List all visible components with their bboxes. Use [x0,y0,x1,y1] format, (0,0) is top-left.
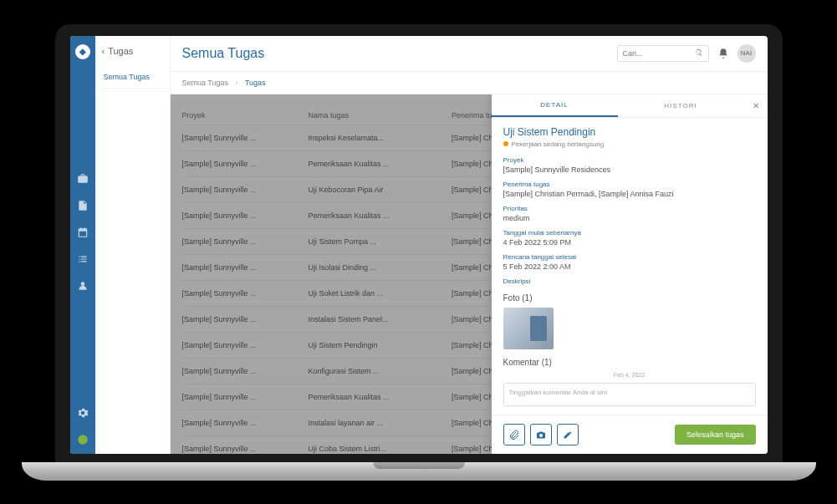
field-label-prioritas: Prioritas [503,205,756,212]
sidebar-item-all-tasks[interactable]: Semua Tugas [95,66,170,89]
complete-task-button[interactable]: Selesaikan tugas [675,425,756,445]
help-icon[interactable] [77,434,89,445]
calendar-icon[interactable] [77,227,89,238]
chevron-left-icon: ‹ [102,46,105,56]
cell-nama: Pemeriksaan Kualitas ... [308,160,452,168]
cell-proyek: [Sample] Sunnyville ... [182,341,309,349]
search-box[interactable] [617,45,709,62]
field-value-proyek: [Sample] Sunnyville Residences [503,165,756,174]
document-icon[interactable] [77,200,89,211]
field-label-proyek: Proyek [503,156,756,164]
icon-sidebar: ◆ [70,36,95,454]
cell-nama: Pemeriksaan Kualitas ... [308,211,452,220]
people-icon[interactable] [77,280,89,292]
section-foto: Foto (1) [503,293,756,303]
field-value-selesai: 5 Feb 2022 2:00 AM [503,262,756,271]
cell-proyek: [Sample] Sunnyville ... [182,134,309,142]
cell-proyek: [Sample] Sunnyville ... [182,315,309,323]
tab-history[interactable]: HISTORI [618,95,744,116]
cell-proyek: [Sample] Sunnyville ... [182,237,309,246]
cell-nama: Uji Sistem Pompa ... [308,237,452,246]
cell-proyek: [Sample] Sunnyville ... [182,160,309,168]
field-value-penerima: [Sample] Christian Permadi, [Sample] Ann… [503,190,756,198]
app-logo[interactable]: ◆ [75,44,90,59]
cell-nama: Uji Soket Listrik dan ... [308,289,452,298]
tab-detail[interactable]: DETAIL [492,94,618,117]
list-icon[interactable] [77,253,89,265]
cell-nama: Uji Isolasi Dinding ... [308,263,452,272]
cell-proyek: [Sample] Sunnyville ... [182,186,309,194]
field-label-deskripsi: Deskripsi [503,277,756,285]
cell-proyek: [Sample] Sunnyville ... [182,393,309,401]
cell-nama: Konfigurasi Sistem ... [308,367,452,375]
svg-point-0 [78,435,88,445]
field-label-mulai: Tanggal mulai sebenarnya [503,229,756,237]
attach-icon[interactable] [503,424,525,445]
task-title: Uji Sistem Pendingin [503,126,756,138]
task-status: Pekerjaan sedang berlangsung [503,140,756,148]
cell-nama: Instalasi layanan air ... [308,419,452,427]
cell-nama: Uji Sistem Pendingin [308,341,452,349]
col-header-nama[interactable]: Nama tugas [308,111,452,120]
cell-proyek: [Sample] Sunnyville ... [182,263,309,272]
comment-date: Feb 4, 2022 [503,372,756,378]
section-komentar: Komentar (1) [503,358,756,367]
cell-nama: Uji Coba Sistem Listri... [308,445,452,453]
back-label: Tugas [108,46,133,56]
detail-panel: DETAIL HISTORI ✕ Uji Sistem Pendingin Pe… [492,94,768,454]
cell-nama: Inspeksi Keselamata... [308,134,452,142]
search-icon [695,48,703,59]
chevron-right-icon: › [236,79,238,87]
back-nav[interactable]: ‹ Tugas [95,36,170,66]
edit-icon[interactable] [557,424,579,445]
cell-proyek: [Sample] Sunnyville ... [182,419,309,427]
field-value-prioritas: medium [503,214,756,222]
briefcase-icon[interactable] [77,173,89,185]
left-panel: ‹ Tugas Semua Tugas [95,36,171,454]
comment-input[interactable]: Tinggalkan komentar Anda di sini [503,383,756,406]
photo-thumbnail[interactable] [503,308,554,349]
status-text: Pekerjaan sedang berlangsung [512,140,605,148]
cell-nama: Uji Kebocoran Pipa Air [308,186,452,194]
user-avatar[interactable]: NAI [737,44,756,63]
cell-proyek: [Sample] Sunnyville ... [182,367,309,375]
col-header-proyek[interactable]: Proyek [182,111,309,120]
close-icon[interactable]: ✕ [744,101,768,110]
breadcrumb: Semua Tugas › Tugas [171,72,768,94]
notifications-icon[interactable] [717,48,729,59]
search-input[interactable] [623,49,690,58]
cell-proyek: [Sample] Sunnyville ... [182,211,309,220]
field-label-penerima: Penerima tugas [503,181,756,188]
cell-nama: Instalasi Sistem Panel... [308,315,452,323]
topbar: Semua Tugas NAI [171,36,768,72]
field-value-mulai: 4 Feb 2022 5:09 PM [503,238,756,247]
settings-icon[interactable] [77,407,89,419]
page-title: Semua Tugas [182,46,609,61]
cell-proyek: [Sample] Sunnyville ... [182,289,309,298]
field-label-selesai: Rencana tanggal selesai [503,253,756,261]
camera-icon[interactable] [530,424,552,445]
cell-proyek: [Sample] Sunnyville ... [182,445,309,453]
cell-nama: Pemeriksaan Kualitas ... [308,393,452,401]
breadcrumb-current: Tugas [245,79,266,87]
status-dot-icon [503,141,508,146]
breadcrumb-root[interactable]: Semua Tugas [182,79,229,87]
